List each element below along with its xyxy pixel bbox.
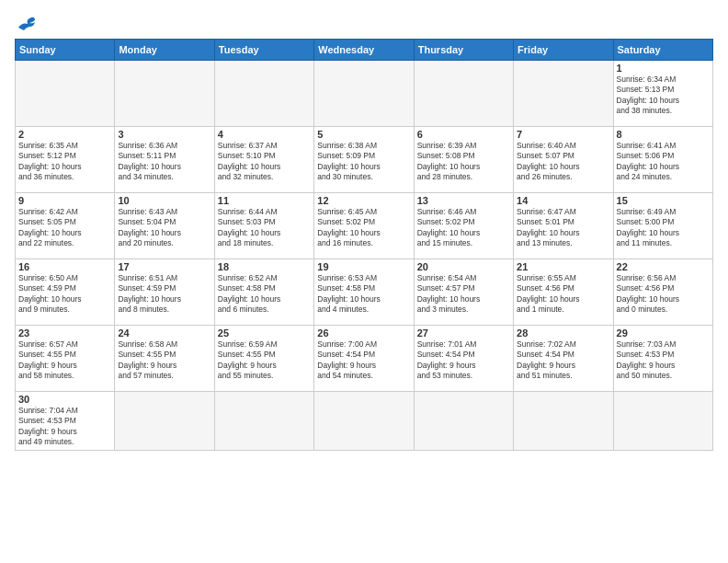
day-info: Sunrise: 6:55 AM Sunset: 4:56 PM Dayligh… (517, 273, 609, 316)
calendar-day-cell: 21Sunrise: 6:55 AM Sunset: 4:56 PM Dayli… (514, 259, 613, 326)
calendar-day-cell: 9Sunrise: 6:42 AM Sunset: 5:05 PM Daylig… (16, 193, 115, 259)
calendar-day-cell (414, 61, 513, 127)
day-number: 22 (617, 261, 710, 272)
day-info: Sunrise: 6:34 AM Sunset: 5:13 PM Dayligh… (617, 75, 710, 117)
calendar-table: SundayMondayTuesdayWednesdayThursdayFrid… (15, 39, 713, 451)
calendar-week-row: 16Sunrise: 6:50 AM Sunset: 4:59 PM Dayli… (16, 259, 713, 326)
calendar-day-cell: 4Sunrise: 6:37 AM Sunset: 5:10 PM Daylig… (214, 127, 313, 193)
calendar-header-thursday: Thursday (414, 40, 513, 61)
calendar-day-cell: 2Sunrise: 6:35 AM Sunset: 5:12 PM Daylig… (16, 127, 115, 193)
calendar-day-cell (414, 392, 513, 451)
day-number: 15 (617, 195, 710, 206)
day-info: Sunrise: 6:51 AM Sunset: 4:59 PM Dayligh… (118, 273, 210, 316)
calendar-day-cell: 17Sunrise: 6:51 AM Sunset: 4:59 PM Dayli… (115, 259, 214, 326)
day-number: 12 (317, 195, 410, 206)
calendar-day-cell: 1Sunrise: 6:34 AM Sunset: 5:13 PM Daylig… (613, 61, 712, 127)
calendar-day-cell: 6Sunrise: 6:39 AM Sunset: 5:08 PM Daylig… (414, 127, 513, 193)
day-number: 1 (617, 63, 710, 74)
calendar-week-row: 9Sunrise: 6:42 AM Sunset: 5:05 PM Daylig… (16, 193, 713, 259)
day-info: Sunrise: 7:04 AM Sunset: 4:53 PM Dayligh… (18, 406, 111, 448)
day-number: 25 (218, 327, 311, 339)
calendar-day-cell: 16Sunrise: 6:50 AM Sunset: 4:59 PM Dayli… (16, 259, 115, 326)
calendar-day-cell (214, 61, 313, 127)
day-info: Sunrise: 6:44 AM Sunset: 5:03 PM Dayligh… (218, 207, 311, 249)
calendar-day-cell: 22Sunrise: 6:56 AM Sunset: 4:56 PM Dayli… (613, 259, 712, 326)
calendar-day-cell: 5Sunrise: 6:38 AM Sunset: 5:09 PM Daylig… (314, 127, 414, 193)
calendar-header-friday: Friday (514, 40, 613, 61)
day-info: Sunrise: 6:52 AM Sunset: 4:58 PM Dayligh… (218, 273, 311, 316)
day-number: 28 (517, 327, 609, 339)
day-info: Sunrise: 6:36 AM Sunset: 5:11 PM Dayligh… (118, 141, 210, 183)
calendar-day-cell: 27Sunrise: 7:01 AM Sunset: 4:54 PM Dayli… (414, 326, 513, 392)
calendar-day-cell: 11Sunrise: 6:44 AM Sunset: 5:03 PM Dayli… (214, 193, 313, 259)
day-number: 29 (617, 327, 710, 339)
calendar-day-cell (613, 392, 712, 451)
calendar-day-cell: 12Sunrise: 6:45 AM Sunset: 5:02 PM Dayli… (314, 193, 414, 259)
header (15, 15, 713, 31)
calendar-header-row: SundayMondayTuesdayWednesdayThursdayFrid… (16, 40, 713, 61)
day-number: 30 (18, 394, 111, 405)
calendar-day-cell (115, 61, 214, 127)
calendar-page: SundayMondayTuesdayWednesdayThursdayFrid… (0, 0, 728, 563)
day-info: Sunrise: 7:01 AM Sunset: 4:54 PM Dayligh… (417, 339, 510, 382)
day-info: Sunrise: 6:49 AM Sunset: 5:00 PM Dayligh… (617, 207, 710, 249)
day-info: Sunrise: 6:46 AM Sunset: 5:02 PM Dayligh… (417, 207, 510, 249)
day-number: 17 (118, 261, 210, 272)
calendar-day-cell: 18Sunrise: 6:52 AM Sunset: 4:58 PM Dayli… (214, 259, 313, 326)
calendar-day-cell (514, 61, 613, 127)
logo (15, 15, 37, 31)
day-info: Sunrise: 6:45 AM Sunset: 5:02 PM Dayligh… (317, 207, 410, 249)
day-info: Sunrise: 7:00 AM Sunset: 4:54 PM Dayligh… (317, 339, 410, 382)
day-info: Sunrise: 7:02 AM Sunset: 4:54 PM Dayligh… (517, 339, 609, 382)
day-number: 3 (118, 129, 210, 140)
day-number: 8 (617, 129, 710, 140)
logo-bird-icon (17, 15, 37, 31)
day-info: Sunrise: 6:47 AM Sunset: 5:01 PM Dayligh… (517, 207, 609, 249)
day-info: Sunrise: 6:57 AM Sunset: 4:55 PM Dayligh… (18, 339, 111, 382)
day-number: 27 (417, 327, 510, 339)
calendar-header-wednesday: Wednesday (314, 40, 414, 61)
calendar-day-cell: 26Sunrise: 7:00 AM Sunset: 4:54 PM Dayli… (314, 326, 414, 392)
day-info: Sunrise: 6:50 AM Sunset: 4:59 PM Dayligh… (18, 273, 111, 316)
calendar-day-cell (314, 392, 414, 451)
calendar-day-cell: 23Sunrise: 6:57 AM Sunset: 4:55 PM Dayli… (16, 326, 115, 392)
calendar-week-row: 1Sunrise: 6:34 AM Sunset: 5:13 PM Daylig… (16, 61, 713, 127)
calendar-header-monday: Monday (115, 40, 214, 61)
day-number: 11 (218, 195, 311, 206)
day-info: Sunrise: 6:43 AM Sunset: 5:04 PM Dayligh… (118, 207, 210, 249)
day-info: Sunrise: 6:35 AM Sunset: 5:12 PM Dayligh… (18, 141, 111, 183)
calendar-day-cell (314, 61, 414, 127)
day-number: 26 (317, 327, 410, 339)
day-info: Sunrise: 6:53 AM Sunset: 4:58 PM Dayligh… (317, 273, 410, 316)
calendar-day-cell: 25Sunrise: 6:59 AM Sunset: 4:55 PM Dayli… (214, 326, 313, 392)
day-number: 23 (18, 327, 111, 339)
day-info: Sunrise: 6:38 AM Sunset: 5:09 PM Dayligh… (317, 141, 410, 183)
day-number: 16 (18, 261, 111, 272)
calendar-header-tuesday: Tuesday (214, 40, 313, 61)
calendar-day-cell: 24Sunrise: 6:58 AM Sunset: 4:55 PM Dayli… (115, 326, 214, 392)
day-number: 18 (218, 261, 311, 272)
calendar-day-cell: 30Sunrise: 7:04 AM Sunset: 4:53 PM Dayli… (16, 392, 115, 451)
day-info: Sunrise: 6:41 AM Sunset: 5:06 PM Dayligh… (617, 141, 710, 183)
day-info: Sunrise: 6:42 AM Sunset: 5:05 PM Dayligh… (18, 207, 111, 249)
day-info: Sunrise: 6:40 AM Sunset: 5:07 PM Dayligh… (517, 141, 609, 183)
day-number: 13 (417, 195, 510, 206)
day-number: 20 (417, 261, 510, 272)
day-info: Sunrise: 6:54 AM Sunset: 4:57 PM Dayligh… (417, 273, 510, 316)
calendar-day-cell: 15Sunrise: 6:49 AM Sunset: 5:00 PM Dayli… (613, 193, 712, 259)
day-info: Sunrise: 6:37 AM Sunset: 5:10 PM Dayligh… (218, 141, 311, 183)
calendar-day-cell: 8Sunrise: 6:41 AM Sunset: 5:06 PM Daylig… (613, 127, 712, 193)
calendar-day-cell: 10Sunrise: 6:43 AM Sunset: 5:04 PM Dayli… (115, 193, 214, 259)
calendar-day-cell: 14Sunrise: 6:47 AM Sunset: 5:01 PM Dayli… (514, 193, 613, 259)
calendar-week-row: 23Sunrise: 6:57 AM Sunset: 4:55 PM Dayli… (16, 326, 713, 392)
day-number: 10 (118, 195, 210, 206)
day-info: Sunrise: 6:56 AM Sunset: 4:56 PM Dayligh… (617, 273, 710, 316)
day-info: Sunrise: 6:59 AM Sunset: 4:55 PM Dayligh… (218, 339, 311, 382)
day-number: 19 (317, 261, 410, 272)
day-info: Sunrise: 7:03 AM Sunset: 4:53 PM Dayligh… (617, 339, 710, 382)
calendar-day-cell (115, 392, 214, 451)
day-info: Sunrise: 6:39 AM Sunset: 5:08 PM Dayligh… (417, 141, 510, 183)
calendar-week-row: 2Sunrise: 6:35 AM Sunset: 5:12 PM Daylig… (16, 127, 713, 193)
calendar-day-cell (514, 392, 613, 451)
day-number: 9 (18, 195, 111, 206)
